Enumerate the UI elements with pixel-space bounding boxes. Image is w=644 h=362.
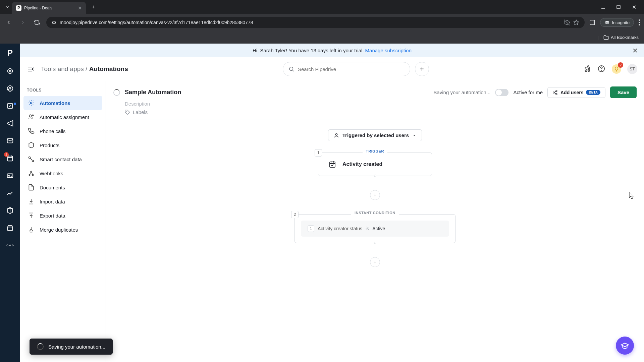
svg-point-53 <box>335 133 337 135</box>
rail-products-icon[interactable] <box>6 206 14 215</box>
svg-rect-21 <box>8 156 13 161</box>
rail-mail-icon[interactable] <box>6 137 14 145</box>
active-toggle[interactable] <box>495 89 508 96</box>
banner-close-icon[interactable]: ✕ <box>632 47 638 55</box>
knowledge-base-fab[interactable] <box>616 337 634 355</box>
user-avatar[interactable]: ST <box>627 64 637 74</box>
rail-deals-icon[interactable] <box>6 84 14 93</box>
rail-campaigns-icon[interactable] <box>6 119 14 127</box>
svg-point-12 <box>607 22 609 23</box>
side-panel-icon[interactable] <box>589 19 595 25</box>
nav-forward-icon[interactable] <box>18 18 28 27</box>
all-bookmarks-button[interactable]: All Bookmarks <box>603 35 639 40</box>
trial-banner-text: Hi, Sarah Tyler! You have 13 days left i… <box>253 48 364 53</box>
manage-subscription-link[interactable]: Manage subscription <box>365 48 412 53</box>
svg-point-47 <box>556 90 557 92</box>
rail-leads-icon[interactable] <box>6 67 14 75</box>
automation-canvas: Sample Automation Saving your automation… <box>106 81 644 362</box>
sidebar-item-automations[interactable]: Automations <box>23 96 102 110</box>
save-button[interactable]: Save <box>610 86 637 98</box>
description-field[interactable]: Description <box>113 101 637 107</box>
automation-header: Sample Automation Saving your automation… <box>106 81 644 120</box>
tools-sidebar: TOOLS Automations Automatic assignment P… <box>20 81 106 362</box>
search-input[interactable] <box>283 62 410 76</box>
sidebar-item-export-data[interactable]: Export data <box>23 208 102 223</box>
condition-node[interactable]: 1 Activity creator status is Active <box>294 214 455 243</box>
rail-projects-icon[interactable] <box>6 102 14 110</box>
rail-activities-icon[interactable]: 1 <box>6 154 14 162</box>
extensions-icon[interactable] <box>584 65 592 73</box>
sidebar-item-merge-duplicates[interactable]: Merge duplicates <box>23 223 102 237</box>
condition-row: 1 Activity creator status is Active <box>301 221 449 237</box>
svg-point-16 <box>8 69 13 74</box>
svg-point-52 <box>126 111 126 111</box>
help-icon[interactable] <box>598 65 606 73</box>
user-icon <box>334 133 339 138</box>
tab-close-icon[interactable]: ✕ <box>78 5 82 11</box>
bookmark-star-icon[interactable] <box>573 19 579 25</box>
quick-add-button[interactable]: + <box>415 62 429 76</box>
active-toggle-label: Active for me <box>513 89 543 95</box>
sidebar-item-phone-calls[interactable]: Phone calls <box>23 124 102 138</box>
svg-point-14 <box>639 22 640 23</box>
svg-point-48 <box>553 92 554 93</box>
window-close-icon[interactable]: ✕ <box>629 2 639 12</box>
favicon-icon: P <box>16 5 21 11</box>
sidebar-item-products[interactable]: Products <box>23 138 102 152</box>
site-info-icon[interactable] <box>52 20 56 25</box>
beta-badge: BETA <box>586 90 600 95</box>
svg-rect-9 <box>590 20 595 25</box>
sidebar-item-documents[interactable]: Documents <box>23 180 102 194</box>
tools-heading: TOOLS <box>23 88 102 96</box>
sidebar-item-automatic-assignment[interactable]: Automatic assignment <box>23 110 102 124</box>
new-tab-button[interactable]: + <box>89 2 98 12</box>
url-text: moodjoy.pipedrive.com/settings/automatio… <box>60 20 560 25</box>
nav-reload-icon[interactable] <box>32 18 42 27</box>
svg-point-45 <box>29 174 30 175</box>
add-users-button[interactable]: Add users BETA <box>547 87 605 98</box>
sidebar-collapse-icon[interactable] <box>27 65 35 73</box>
condition-number: 1 <box>308 225 314 232</box>
trigger-label: TRIGGER <box>363 149 387 153</box>
nav-back-icon[interactable] <box>4 18 13 27</box>
svg-point-39 <box>31 102 32 104</box>
saving-spinner-icon <box>113 89 120 96</box>
browser-tab[interactable]: P Pipeline - Deals ✕ <box>12 2 86 14</box>
window-maximize-icon[interactable] <box>614 2 623 12</box>
trigger-node[interactable]: Activity created <box>318 153 432 176</box>
rail-marketplace-icon[interactable] <box>6 224 14 232</box>
rail-more-icon[interactable] <box>6 241 14 249</box>
svg-point-49 <box>556 93 557 95</box>
svg-marker-8 <box>574 20 579 25</box>
sales-assistant-icon[interactable]: ? <box>612 64 621 74</box>
automation-title[interactable]: Sample Automation <box>125 89 181 96</box>
sidebar-item-smart-contact-data[interactable]: Smart contact data <box>23 152 102 166</box>
window-minimize-icon[interactable] <box>598 2 608 12</box>
toast-message: Saving your automation... <box>48 344 105 350</box>
svg-rect-1 <box>617 6 620 8</box>
rail-insights-icon[interactable] <box>6 189 14 197</box>
triggered-by-dropdown[interactable]: Triggered by selected users <box>328 129 422 141</box>
svg-point-4 <box>55 22 56 22</box>
svg-point-35 <box>289 67 293 71</box>
sidebar-item-webhooks[interactable]: Webhooks <box>23 166 102 180</box>
add-step-button[interactable]: + <box>370 257 380 267</box>
tab-search-icon[interactable] <box>3 2 12 12</box>
svg-point-3 <box>54 22 54 22</box>
browser-tab-strip: P Pipeline - Deals ✕ + ✕ <box>0 0 644 14</box>
breadcrumb-root[interactable]: Tools and apps <box>41 65 84 72</box>
bookmarks-bar: | All Bookmarks <box>0 31 644 44</box>
labels-field[interactable]: Labels <box>113 109 637 115</box>
svg-point-13 <box>639 19 640 21</box>
trigger-title: Activity created <box>342 161 382 167</box>
incognito-chip[interactable]: Incognito <box>600 18 634 27</box>
sidebar-item-import-data[interactable]: Import data <box>23 194 102 208</box>
eye-off-icon[interactable] <box>564 19 570 25</box>
svg-point-30 <box>9 245 11 246</box>
url-field[interactable]: moodjoy.pipedrive.com/settings/automatio… <box>46 17 585 28</box>
step-number-badge: 2 <box>291 211 299 218</box>
app-logo-icon[interactable]: P <box>7 48 13 58</box>
rail-contacts-icon[interactable] <box>6 172 14 180</box>
add-step-button[interactable]: + <box>370 190 380 200</box>
browser-menu-icon[interactable] <box>639 19 640 25</box>
